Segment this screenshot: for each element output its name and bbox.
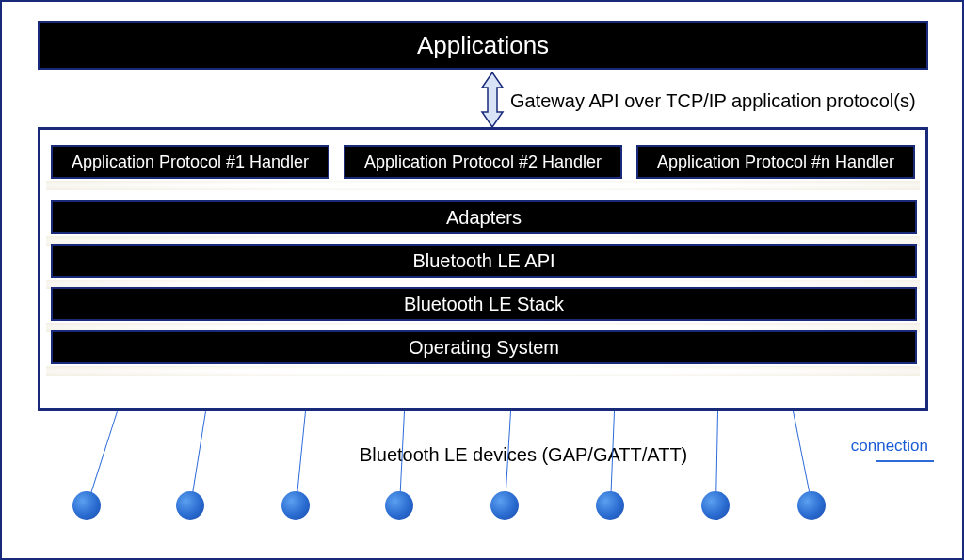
applications-label: Applications bbox=[417, 31, 549, 60]
ble-devices-label: Bluetooth LE devices (GAP/GATT/ATT) bbox=[360, 444, 687, 466]
ble-device-node-icon bbox=[596, 491, 624, 520]
legend-line-icon bbox=[876, 460, 934, 462]
legend-connection-label: connection bbox=[851, 437, 928, 456]
adapters-block: Adapters bbox=[51, 200, 917, 234]
ble-api-block: Bluetooth LE API bbox=[51, 244, 917, 278]
ble-stack-label: Bluetooth LE Stack bbox=[404, 294, 564, 315]
gateway-api-text: Gateway API over TCP/IP application prot… bbox=[510, 90, 916, 111]
ble-devices-text: Bluetooth LE devices (GAP/GATT/ATT) bbox=[360, 444, 687, 465]
ble-stack-block: Bluetooth LE Stack bbox=[51, 287, 917, 321]
ble-device-node-icon bbox=[490, 491, 519, 520]
ble-device-node-icon bbox=[281, 491, 310, 520]
ble-device-node-icon bbox=[385, 491, 413, 520]
handler-block-n: Application Protocol #n Handler bbox=[636, 145, 915, 179]
ble-device-node-icon bbox=[72, 491, 101, 520]
handler-block-1: Application Protocol #1 Handler bbox=[51, 145, 329, 179]
adapters-label: Adapters bbox=[446, 207, 522, 229]
os-label: Operating System bbox=[409, 337, 559, 359]
ble-api-label: Bluetooth LE API bbox=[412, 250, 554, 272]
applications-block: Applications bbox=[38, 21, 928, 70]
svg-marker-0 bbox=[482, 72, 503, 127]
os-block: Operating System bbox=[51, 330, 917, 364]
handler-2-label: Application Protocol #2 Handler bbox=[364, 152, 602, 172]
ble-device-node-icon bbox=[176, 491, 204, 520]
ble-device-node-icon bbox=[701, 491, 730, 520]
handler-1-label: Application Protocol #1 Handler bbox=[72, 152, 309, 172]
legend-text: connection bbox=[851, 437, 928, 455]
gateway-api-arrow-icon bbox=[480, 72, 505, 127]
gateway-api-label: Gateway API over TCP/IP application prot… bbox=[510, 90, 916, 112]
handler-n-label: Application Protocol #n Handler bbox=[657, 152, 894, 172]
handler-block-2: Application Protocol #2 Handler bbox=[344, 145, 622, 179]
ble-device-node-icon bbox=[797, 491, 826, 520]
